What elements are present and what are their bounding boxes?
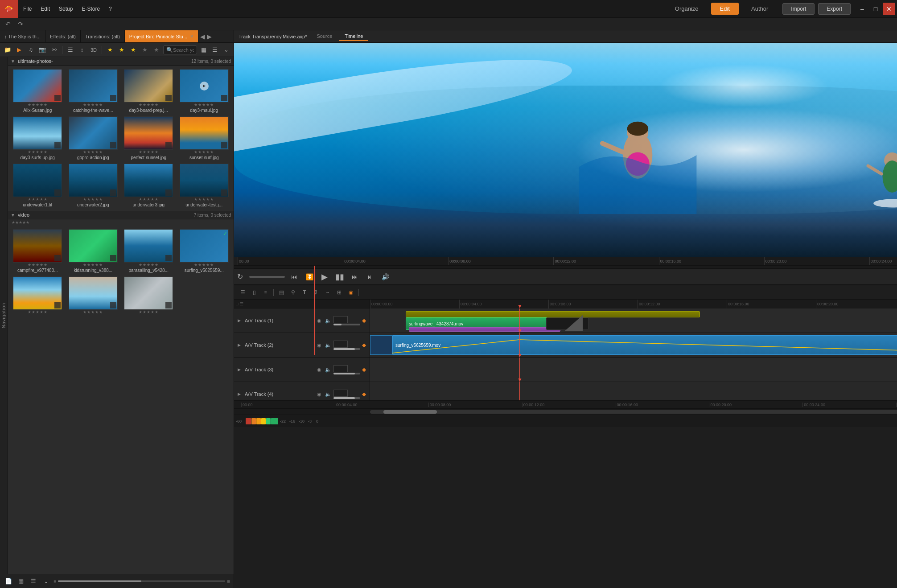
list-item[interactable]: ★★★★★ kidsrunning_v388... [66, 227, 121, 275]
tab-source[interactable]: Source [311, 32, 337, 41]
sort-icon[interactable]: ↕ [77, 45, 87, 55]
menu-estore[interactable]: E-Store [80, 5, 102, 13]
star-icon[interactable]: ★ [105, 45, 115, 55]
list-item[interactable]: ★★★★★ underwater-test.j... [177, 162, 232, 209]
star3-icon[interactable]: ★ [128, 45, 138, 55]
music-icon[interactable]: ♫ [26, 45, 36, 55]
video-icon[interactable]: ▶ [14, 45, 24, 55]
tl-chart-icon[interactable]: ▤ [276, 288, 286, 297]
options-small-icon[interactable]: ⌄ [41, 576, 51, 586]
tab-author[interactable]: Author [742, 3, 777, 15]
diamond-icon-1[interactable]: ◆ [362, 317, 366, 324]
tl-menu-icon[interactable]: ☰ [238, 288, 247, 297]
undo-button[interactable]: ↶ [4, 20, 12, 29]
volume-slider-3[interactable] [333, 373, 360, 374]
clip-blue-2[interactable]: surfing_v5625659.mov [392, 335, 897, 355]
step-back-button[interactable]: ⏬ [304, 271, 315, 283]
step-forward-button[interactable]: ⏭ [349, 271, 361, 283]
list-item[interactable]: ★★★★★ [10, 275, 66, 317]
tab-sky[interactable]: ↑ The Sky is th... [0, 30, 45, 43]
track-audio-icon-4[interactable]: 🔈 [325, 391, 332, 398]
grid-view-icon[interactable]: ▦ [199, 45, 209, 55]
list-item[interactable]: ★★★★★ underwater1.tif [10, 162, 66, 209]
list-view-icon[interactable]: ☰ [66, 45, 75, 55]
menu-edit[interactable]: Edit [39, 5, 52, 13]
tracks-area[interactable]: 00:00:00.00 00:00:04.00 00:00:08.00 00:0… [370, 300, 897, 400]
tl-grid-icon[interactable]: ⊞ [334, 288, 344, 297]
list-item[interactable]: ★★★★★ sunset-surf.jpg [177, 115, 232, 162]
tab-organize[interactable]: Organize [666, 3, 708, 15]
folder-icon[interactable]: 📁 [3, 45, 12, 55]
star5-icon[interactable]: ★ [152, 45, 161, 55]
pause-button[interactable]: ▮▮ [334, 271, 346, 283]
track-eye-icon-4[interactable]: ◉ [316, 391, 323, 398]
tab-next-icon[interactable]: ▶ [207, 33, 212, 40]
clip-purple-1[interactable] [409, 327, 560, 332]
tab-effects[interactable]: Effects: (all) [45, 30, 81, 43]
filter-icon[interactable]: ⚯ [49, 45, 59, 55]
import-button[interactable]: Import [782, 3, 815, 15]
clip-olive-1[interactable] [406, 311, 700, 317]
tab-edit[interactable]: Edit [711, 3, 739, 15]
list-item[interactable]: ▶ ★★★★★ day3-maui.jpg [177, 67, 232, 115]
view-options-icon[interactable]: ⌄ [221, 45, 231, 55]
list-item[interactable]: ★★★★★ underwater2.jpg [66, 162, 121, 209]
menu-setup[interactable]: Setup [57, 5, 74, 13]
section-video-arrow[interactable]: ▼ [11, 213, 15, 218]
tl-audio-icon[interactable]: 🎙 [311, 288, 321, 297]
diamond-icon-2[interactable]: ◆ [362, 342, 366, 348]
minimize-button[interactable]: – [856, 3, 868, 15]
list-item[interactable]: ★★★★★ gopro-action.jpg [66, 115, 121, 162]
star2-icon[interactable]: ★ [117, 45, 127, 55]
list-view2-icon[interactable]: ☰ [210, 45, 220, 55]
volume-slider-4[interactable] [333, 397, 360, 399]
track-volume-input-2[interactable]: 100 [333, 341, 348, 348]
list-item[interactable]: ★★★★★ day3-board-prep.j... [121, 67, 177, 115]
scroll-thumb[interactable] [383, 410, 437, 414]
tl-orange-icon[interactable]: ◉ [346, 288, 356, 297]
tl-arrange-icon[interactable]: ≡ [261, 288, 271, 297]
list-small-icon[interactable]: ☰ [29, 576, 38, 586]
redo-button[interactable]: ↷ [16, 20, 25, 29]
star4-icon[interactable]: ★ [140, 45, 150, 55]
track-audio-icon-3[interactable]: 🔈 [325, 366, 332, 373]
list-item[interactable]: ★★★★★ [121, 275, 177, 317]
tl-layers-icon[interactable]: ▯ [249, 288, 259, 297]
track-volume-input-1[interactable]: 51 [333, 316, 348, 323]
search-input[interactable] [173, 47, 194, 53]
track-eye-icon-1[interactable]: ◉ [316, 317, 323, 324]
list-item[interactable]: ★★★★★ Alix-Susan.jpg [10, 67, 66, 115]
audio-button[interactable]: 🔊 [379, 271, 391, 283]
list-item[interactable]: ★★★★★ parasailing_v5428... [121, 227, 177, 275]
skip-start-button[interactable]: ⏮ [288, 271, 300, 283]
list-item[interactable]: ★★★★★ perfect-sunset.jpg [121, 115, 177, 162]
close-button[interactable]: ✕ [883, 3, 895, 15]
page-icon[interactable]: 📄 [4, 576, 13, 586]
track-volume-input-4[interactable]: 100 [333, 390, 348, 397]
tab-prev-icon[interactable]: ◀ [200, 33, 205, 40]
export-button[interactable]: Export [818, 3, 851, 15]
tab-transitions[interactable]: Transitions: (all) [81, 30, 125, 43]
tl-magnet-icon[interactable]: ⚲ [288, 288, 298, 297]
section-photos-arrow[interactable]: ▼ [11, 59, 15, 64]
play-button[interactable]: ▶ [319, 271, 330, 283]
list-item[interactable]: ★★★★★ underwater3.jpg [121, 162, 177, 209]
track-audio-icon-1[interactable]: 🔈 [325, 317, 332, 324]
tl-wave-icon[interactable]: ~ [323, 288, 333, 297]
tab-close-icon[interactable]: ✕ [190, 34, 193, 39]
grid-small-icon[interactable]: ▦ [16, 576, 26, 586]
diamond-icon-3[interactable]: ◆ [362, 366, 366, 373]
track-volume-input-3[interactable]: 100 [333, 365, 348, 372]
track-eye-icon-2[interactable]: ◉ [316, 341, 323, 349]
size-slider[interactable] [58, 580, 225, 582]
list-item[interactable]: ✓ ★★★★★ surfing_v5625659... [177, 227, 232, 275]
menu-help[interactable]: ? [107, 5, 114, 13]
list-item[interactable]: ★★★★★ day3-surfs-up.jpg [10, 115, 66, 162]
image-icon[interactable]: 📷 [37, 45, 47, 55]
diamond-icon-4[interactable]: ◆ [362, 391, 366, 397]
track-audio-icon-2[interactable]: 🔈 [325, 341, 332, 349]
skip-end-button[interactable]: ⏯ [364, 271, 376, 283]
volume-slider-1[interactable] [333, 324, 360, 325]
tab-timeline[interactable]: Timeline [339, 32, 368, 41]
scroll-track[interactable] [370, 410, 897, 414]
